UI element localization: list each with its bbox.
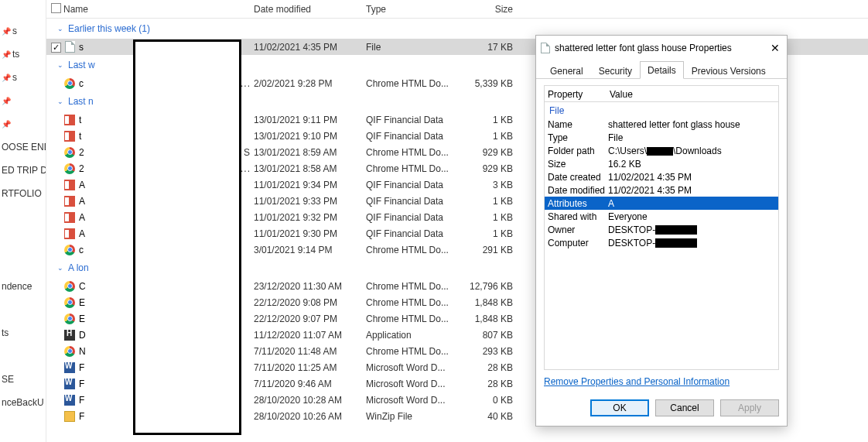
file-date: 13/01/2021 9:10 PM (254, 131, 366, 142)
header-date[interactable]: Date modified (254, 4, 366, 15)
sidebar-item[interactable] (0, 255, 46, 271)
file-size: 12,796 KB (459, 281, 521, 292)
sidebar-item[interactable]: ndence (0, 279, 46, 294)
sidebar-item[interactable] (0, 302, 46, 317)
file-icon (541, 43, 550, 53)
property-row[interactable]: OwnerDESKTOP- (545, 223, 778, 236)
file-name-trail: S (244, 147, 254, 158)
property-row[interactable]: Folder pathC:\Users\\Downloads (545, 144, 778, 157)
sidebar-item[interactable] (0, 418, 46, 433)
file-name: A (79, 196, 85, 207)
header-name[interactable]: Name (62, 4, 254, 15)
file-size: 1,848 KB (459, 314, 521, 324)
qif-icon (63, 211, 76, 224)
file-type: Microsoft Word D... (366, 395, 459, 406)
file-date: 28/10/2020 10:26 AM (254, 411, 366, 422)
sidebar-item-label: s (12, 72, 17, 83)
property-value: 11/02/2021 4:35 PM (608, 185, 778, 196)
sidebar-item-label: nceBackU (2, 397, 44, 408)
select-all-checkbox[interactable] (51, 3, 61, 13)
sidebar-item[interactable]: RTFOLIO (0, 186, 46, 201)
chevron-down-icon: ⌄ (57, 61, 65, 69)
sidebar-item[interactable]: 📌ts (0, 46, 46, 62)
chevron-down-icon: ⌄ (57, 98, 65, 105)
tab-details[interactable]: Details (640, 61, 684, 79)
sidebar-item[interactable]: nceBackU (0, 395, 46, 410)
word-icon (63, 361, 76, 374)
file-name: F (79, 379, 84, 389)
file-date: 28/10/2020 10:28 AM (254, 395, 366, 406)
group-label: Earlier this week (1) (68, 23, 150, 34)
file-name: E (79, 314, 85, 324)
tab-previous-versions[interactable]: Previous Versions (684, 62, 774, 79)
sidebar-item[interactable]: 📌s (0, 70, 46, 85)
sidebar-item[interactable]: OOSE END (0, 139, 46, 155)
file-size: 1 KB (459, 115, 521, 125)
col-property[interactable]: Property (548, 89, 610, 100)
tab-general[interactable]: General (542, 62, 591, 79)
dialog-title: shattered letter font glass house Proper… (555, 43, 768, 53)
property-row[interactable]: ComputerDESKTOP- (545, 236, 778, 249)
file-name: F (79, 362, 84, 373)
property-row[interactable]: Date modified11/02/2021 4:35 PM (545, 183, 778, 197)
file-size: 5,339 KB (459, 78, 521, 89)
header-size[interactable]: Size (459, 4, 521, 15)
close-icon[interactable]: ✕ (768, 41, 782, 55)
file-size: 3 KB (459, 180, 521, 190)
cancel-button[interactable]: Cancel (655, 399, 714, 416)
sidebar-item[interactable]: 📌 (0, 93, 46, 108)
file-type: QIF Financial Data (366, 228, 459, 239)
file-type: Chrome HTML Do... (366, 281, 459, 292)
properties-table[interactable]: Property Value File Nameshattered letter… (544, 85, 779, 370)
sidebar-item[interactable]: 📌s (0, 23, 46, 39)
sidebar-item-label: OOSE END (2, 142, 46, 152)
property-row[interactable]: Size16.2 KB (545, 157, 778, 170)
file-size: 1 KB (459, 196, 521, 207)
sidebar-item-label: ED TRIP D (2, 165, 46, 176)
file-name: A (79, 212, 85, 223)
property-row[interactable]: TypeFile (545, 131, 778, 144)
col-value[interactable]: Value (610, 89, 775, 100)
sidebar-item-label: ts (2, 327, 9, 338)
tab-security[interactable]: Security (591, 62, 640, 79)
file-date: 7/11/2020 11:25 AM (254, 362, 366, 373)
file-size: 28 KB (459, 362, 521, 373)
header-type[interactable]: Type (366, 4, 459, 15)
group-label: Last n (68, 96, 94, 107)
sidebar-item[interactable] (0, 232, 46, 248)
file-type: Chrome HTML Do... (366, 297, 459, 308)
sidebar-item[interactable]: ED TRIP D (0, 163, 46, 178)
file-date: 11/01/2021 9:33 PM (254, 196, 366, 207)
property-row[interactable]: Nameshattered letter font glass house (545, 118, 778, 131)
dialog-buttons: OK Cancel Apply (536, 390, 787, 426)
column-headers[interactable]: Name Date modified Type Size (46, 0, 868, 19)
property-key: Size (545, 159, 608, 170)
dialog-titlebar[interactable]: shattered letter font glass house Proper… (536, 36, 787, 60)
word-icon (63, 378, 76, 390)
property-row[interactable]: AttributesA (545, 197, 778, 210)
sidebar-item[interactable] (0, 348, 46, 364)
sidebar-item[interactable] (0, 209, 46, 224)
property-key: Owner (545, 224, 608, 235)
application-icon (63, 329, 76, 341)
property-row[interactable]: Shared withEveryone (545, 210, 778, 223)
redaction (647, 147, 673, 156)
remove-properties-link[interactable]: Remove Properties and Personal Informati… (544, 370, 779, 387)
chevron-down-icon: ⌄ (57, 264, 65, 272)
ok-button[interactable]: OK (590, 399, 649, 416)
file-name: A (79, 180, 85, 190)
property-row[interactable]: Date created11/02/2021 4:35 PM (545, 170, 778, 183)
qif-icon (63, 228, 76, 240)
nav-sidebar: 📌s📌ts📌s📌📌OOSE ENDED TRIP DRTFOLIOndencet… (0, 0, 46, 442)
property-value: 16.2 KB (608, 159, 778, 170)
sidebar-item[interactable]: ts (0, 325, 46, 341)
file-size: 0 KB (459, 395, 521, 406)
file-type: File (366, 42, 459, 53)
sidebar-item[interactable]: 📌 (0, 116, 46, 132)
chrome-icon (63, 146, 76, 159)
file-size: 929 KB (459, 163, 521, 174)
file-size: 17 KB (459, 42, 521, 53)
property-value: A (608, 198, 778, 209)
sidebar-item[interactable]: SE (0, 372, 46, 387)
row-checkbox[interactable] (51, 43, 61, 53)
